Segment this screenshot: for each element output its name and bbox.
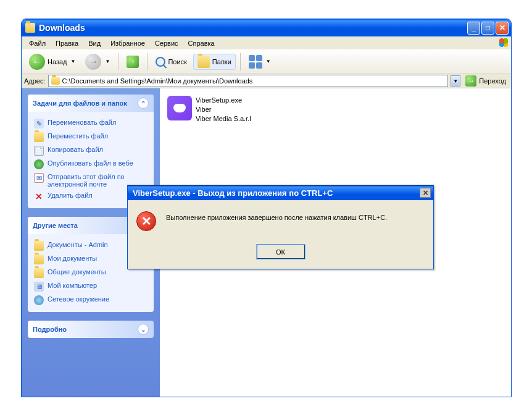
window-title: Downloads xyxy=(39,23,467,33)
expand-icon[interactable]: ⌄ xyxy=(138,324,149,335)
folder-up-icon: ↑ xyxy=(127,56,139,68)
go-label: Переход xyxy=(479,77,506,85)
error-icon: ✕ xyxy=(136,211,156,231)
place-label: Общие документы xyxy=(48,268,106,276)
network-icon xyxy=(34,295,44,305)
dialog-title: ViberSetup.exe - Выход из приложения по … xyxy=(133,188,333,198)
menu-help[interactable]: Справка xyxy=(183,38,220,48)
error-dialog: ViberSetup.exe - Выход из приложения по … xyxy=(127,185,434,269)
file-product: Viber xyxy=(196,105,251,114)
viber-icon xyxy=(167,96,192,120)
task-label: Копировать файл xyxy=(48,146,103,153)
go-button[interactable]: → Переход xyxy=(463,75,509,86)
chevron-down-icon: ▼ xyxy=(71,59,76,64)
views-icon xyxy=(249,55,262,69)
address-path: C:\Documents and Settings\Admin\Мои доку… xyxy=(62,77,253,85)
dialog-titlebar[interactable]: ViberSetup.exe - Выход из приложения по … xyxy=(128,185,433,200)
delete-icon: ✕ xyxy=(34,192,44,201)
search-button[interactable]: Поиск xyxy=(152,56,190,68)
maximize-button[interactable]: □ xyxy=(481,22,494,35)
task-copy[interactable]: 📄 Копировать файл xyxy=(34,144,148,158)
folders-icon xyxy=(197,56,210,68)
folder-icon xyxy=(34,255,44,264)
search-label: Поиск xyxy=(168,58,186,65)
file-company: Viber Media S.a.r.l xyxy=(196,114,251,124)
globe-icon xyxy=(34,159,44,169)
place-label: Сетевое окружение xyxy=(48,295,109,303)
collapse-icon[interactable]: ⌃ xyxy=(138,98,149,109)
back-label: Назад xyxy=(48,58,67,65)
chevron-down-icon: ▼ xyxy=(105,59,110,64)
forward-arrow-icon: → xyxy=(85,54,101,70)
task-rename[interactable]: ✎ Переименовать файл xyxy=(34,117,148,130)
menu-edit[interactable]: Правка xyxy=(51,38,83,48)
place-label: Мой компьютер xyxy=(48,282,97,289)
folder-icon xyxy=(34,268,44,278)
titlebar[interactable]: Downloads _ □ ✕ xyxy=(22,19,511,36)
folders-label: Папки xyxy=(212,58,231,65)
folder-icon xyxy=(25,23,35,33)
go-arrow-icon: → xyxy=(465,75,476,86)
task-move[interactable]: Переместить файл xyxy=(34,130,148,144)
tasks-header[interactable]: Задачи для файлов и папок ⌃ xyxy=(28,95,154,112)
task-label: Опубликовать файл в вебе xyxy=(48,159,133,167)
dialog-close-button[interactable]: ✕ xyxy=(420,188,431,198)
place-label: Документы - Admin xyxy=(48,241,108,248)
file-name: ViberSetup.exe xyxy=(196,96,251,105)
panel-title: Задачи для файлов и папок xyxy=(33,99,127,107)
address-label: Адрес: xyxy=(24,77,46,85)
panel-title: Подробно xyxy=(33,326,67,333)
copy-icon: 📄 xyxy=(34,146,44,156)
folder-icon xyxy=(34,241,44,251)
place-label: Мои документы xyxy=(48,255,97,262)
folder-icon xyxy=(51,77,60,85)
place-my-pc[interactable]: 🖥 Мой компьютер xyxy=(34,280,148,293)
move-icon xyxy=(34,132,44,142)
place-network[interactable]: Сетевое окружение xyxy=(34,293,148,307)
minimize-button[interactable]: _ xyxy=(467,22,480,35)
rename-icon: ✎ xyxy=(34,119,44,129)
task-label: Удалить файл xyxy=(48,192,93,199)
details-header[interactable]: Подробно ⌄ xyxy=(28,321,154,338)
task-label: Переименовать файл xyxy=(48,119,116,126)
address-dropdown-button[interactable]: ▼ xyxy=(451,75,460,86)
menu-file[interactable]: Файл xyxy=(24,38,51,48)
menu-tools[interactable]: Сервис xyxy=(150,38,183,48)
email-icon: ✉ xyxy=(34,173,44,183)
task-label: Переместить файл xyxy=(48,132,108,140)
address-input[interactable]: C:\Documents and Settings\Admin\Мои доку… xyxy=(48,75,449,87)
computer-icon: 🖥 xyxy=(34,282,44,292)
panel-title: Другие места xyxy=(33,222,78,229)
toolbar-separator xyxy=(240,53,241,70)
menu-favorites[interactable]: Избранное xyxy=(106,38,150,48)
views-button[interactable]: ▼ xyxy=(245,54,275,70)
back-arrow-icon: ← xyxy=(29,54,45,70)
back-button[interactable]: ← Назад ▼ xyxy=(25,53,79,71)
toolbar-separator xyxy=(118,53,118,70)
menubar: Файл Правка Вид Избранное Сервис Справка xyxy=(22,36,511,50)
search-icon xyxy=(156,57,165,67)
menu-view[interactable]: Вид xyxy=(83,38,106,48)
close-button[interactable]: ✕ xyxy=(496,22,509,35)
dialog-message: Выполнение приложения завершено после на… xyxy=(166,211,387,221)
addressbar: Адрес: C:\Documents and Settings\Admin\М… xyxy=(22,74,511,88)
folders-button[interactable]: Папки xyxy=(193,54,236,70)
file-item-vibersetup[interactable]: ViberSetup.exe Viber Viber Media S.a.r.l xyxy=(166,95,302,125)
forward-button[interactable]: → ▼ xyxy=(81,53,114,71)
ok-button[interactable]: ОК xyxy=(257,245,305,259)
windows-flag-icon xyxy=(497,37,510,48)
chevron-down-icon: ▼ xyxy=(266,59,271,64)
toolbar-separator xyxy=(147,53,148,70)
toolbar: ← Назад ▼ → ▼ ↑ Поиск Папки ▼ xyxy=(22,50,511,74)
details-panel: Подробно ⌄ xyxy=(28,321,154,338)
task-publish[interactable]: Опубликовать файл в вебе xyxy=(34,158,148,171)
up-button[interactable]: ↑ xyxy=(123,54,143,69)
